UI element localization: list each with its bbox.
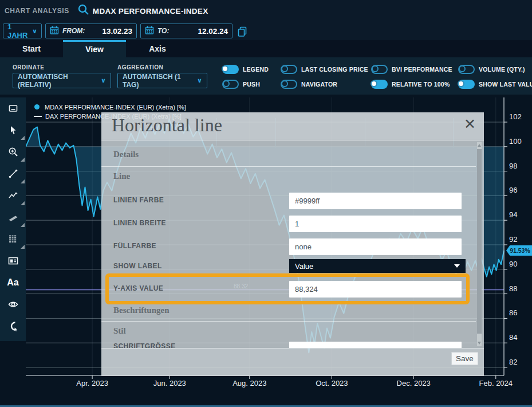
svg-text:82: 82 [509,358,517,366]
svg-text:Oct. 2023: Oct. 2023 [316,379,348,388]
last-value-badge: 91.53% [506,245,532,256]
view-toolbar: ORDINATE AUTOMATISCH (RELATIV) ∨ AGGREGA… [0,57,532,95]
cursor-icon[interactable] [0,119,26,141]
dialog-footer: Save [101,348,484,376]
aggregation-dropdown[interactable]: AUTOMATISCH (1 TAG) ∨ [117,73,207,88]
instrument-title: MDAX PERFORMANCE-INDEX [93,7,208,15]
from-date-field[interactable]: FROM: 13.02.23 [45,24,137,38]
fill-color-input[interactable] [289,238,462,255]
trend-line-icon[interactable] [0,163,26,185]
legend-toggle[interactable]: LEGEND [222,64,269,74]
period-value: 1 JAHR [7,22,32,40]
scrollbar-thumb[interactable] [477,149,482,334]
svg-text:98: 98 [509,162,517,170]
svg-text:Dec. 2023: Dec. 2023 [397,379,431,388]
section-line[interactable]: Line [113,171,130,181]
highlight-annotation-box [105,273,470,304]
svg-text:86: 86 [509,308,517,317]
text-tool-icon[interactable]: Aa [0,272,26,293]
close-icon[interactable]: ✕ [464,116,476,132]
save-button[interactable]: Save [451,352,478,365]
svg-text:84: 84 [509,333,517,342]
relative-to-100-toggle[interactable]: RELATIVE TO 100% [371,79,450,89]
chevron-down-icon: ∨ [32,28,37,35]
line-color-input[interactable] [289,193,462,209]
range-bar: 1 JAHR ∨ FROM: 13.02.23 TO: 12.02.24 [0,22,532,40]
divider [101,321,476,322]
drawing-toolbar: Aa [0,97,26,341]
toggle-label: BVI PERFORMANCE [392,66,452,73]
to-value: 12.02.24 [198,27,228,36]
top-bar: CHART ANALYSIS MDAX PERFORMANCE-INDEX [0,0,532,22]
series-line-marker [34,116,42,117]
toggle-label: LAST CLOSING PRICE [301,66,368,73]
toggle-label: SHOW LAST VALUE [479,81,532,88]
show-last-value-toggle[interactable]: SHOW LAST VALUE [458,79,532,89]
line-color-label: LINIEN FARBE [113,196,164,204]
section-details[interactable]: Details [113,150,139,159]
volume-toggle[interactable]: VOLUME (QTY.) [458,64,525,74]
partial-field-input[interactable] [289,342,462,348]
app-title: CHART ANALYSIS [5,7,69,15]
section-beschriftungen[interactable]: Beschriftungen [113,306,170,315]
scroll-up-icon[interactable] [478,144,481,147]
show-label-label: SHOW LABEL [113,262,162,270]
aggregation-value: AUTOMATISCH (1 TAG) [123,73,197,89]
horizontal-line-dialog: Horizontal line ✕ Details Line LINIEN FA… [101,112,484,376]
fibonacci-grid-icon[interactable] [0,228,26,250]
partial-field-label: SCHRIFTGRÖSSE [113,342,176,348]
ordinate-label: ORDINATE [13,64,44,71]
chart-card-icon[interactable] [0,250,26,272]
tab-bar: Start View Axis [0,40,532,57]
to-date-field[interactable]: TO: 12.02.24 [140,24,232,38]
show-label-select[interactable]: Value [289,259,466,273]
scroll-down-icon[interactable] [478,342,481,345]
svg-text:100: 100 [509,137,522,146]
copy-icon[interactable] [237,26,248,40]
tab-axis[interactable]: Axis [126,40,189,57]
dialog-scrollbar[interactable] [477,142,482,346]
series-dot-marker [34,104,40,109]
period-select[interactable]: 1 JAHR ∨ [3,24,42,38]
ordinate-value: AUTOMATISCH (RELATIV) [18,73,101,89]
eye-icon[interactable] [0,293,26,315]
toggle-label: NAVIGATOR [301,81,337,88]
aggregation-label: AGGREGATION [117,64,163,71]
search-icon[interactable] [77,3,90,18]
zoom-in-icon[interactable] [0,141,26,163]
navigator-toggle[interactable]: NAVIGATOR [281,79,337,89]
magnet-icon[interactable] [0,315,26,337]
from-value: 13.02.23 [102,27,132,36]
tab-start[interactable]: Start [0,40,63,57]
ordinate-dropdown[interactable]: AUTOMATISCH (RELATIV) ∨ [13,73,111,88]
line-width-input[interactable] [289,216,462,232]
fill-color-label: FÜLLFARBE [113,242,156,250]
zigzag-line-icon[interactable] [0,185,26,206]
dialog-title: Horizontal line [112,115,222,136]
tab-view[interactable]: View [63,40,126,57]
svg-text:94: 94 [509,210,517,219]
calendar-icon [145,25,154,37]
svg-text:Apr. 2023: Apr. 2023 [76,379,108,388]
svg-text:90: 90 [509,260,517,268]
chevron-down-icon: ∨ [197,77,202,84]
push-toggle[interactable]: PUSH [222,79,260,89]
svg-text:92: 92 [509,235,517,244]
bvi-performance-toggle[interactable]: BVI PERFORMANCE [371,64,452,74]
dialog-header: Horizontal line ✕ [101,112,484,140]
toggle-label: RELATIVE TO 100% [392,81,450,88]
collapse-panel-icon[interactable] [0,97,26,119]
to-label: TO: [157,27,169,35]
svg-text:102: 102 [509,112,522,121]
legend-item-mdax[interactable]: MDAX PERFORMANCE-INDEX (EUR) (Xetra) [%] [34,103,186,111]
chevron-down-icon [454,264,460,268]
svg-text:88: 88 [509,284,517,293]
calendar-icon [50,25,59,37]
divider [101,166,476,167]
section-stil[interactable]: Stil [113,326,126,336]
last-closing-price-toggle[interactable]: LAST CLOSING PRICE [281,64,368,74]
parallel-channel-icon[interactable] [0,206,26,228]
chevron-down-icon: ∨ [101,77,106,84]
toggle-label: PUSH [243,81,260,88]
svg-text:Feb. 2024: Feb. 2024 [479,379,513,388]
